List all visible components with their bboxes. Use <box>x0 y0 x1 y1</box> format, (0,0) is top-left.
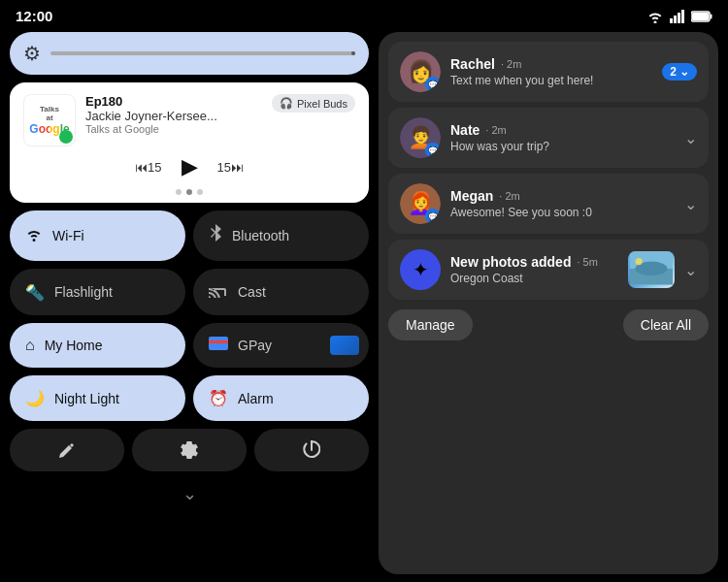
svg-rect-3 <box>681 10 684 23</box>
cast-toggle[interactable]: Cast <box>193 269 369 315</box>
nate-actions: ⌄ <box>684 129 697 147</box>
flashlight-toggle[interactable]: 🔦 Flashlight <box>10 269 185 315</box>
notification-rachel[interactable]: 👩 💬 Rachel · 2m Text me when you get her… <box>388 42 709 102</box>
alarm-label: Alarm <box>238 391 274 406</box>
notifications-panel: 👩 💬 Rachel · 2m Text me when you get her… <box>379 32 718 574</box>
unread-count-badge: 2 ⌄ <box>662 63 697 81</box>
svg-rect-5 <box>692 13 709 20</box>
messenger-badge-nate: 💬 <box>425 143 441 158</box>
svg-rect-0 <box>670 18 673 23</box>
alarm-icon: ⏰ <box>209 389 228 407</box>
clear-all-button[interactable]: Clear All <box>623 309 709 340</box>
rachel-message: Text me when you get here! <box>450 74 652 87</box>
photo-thumbnail <box>628 251 675 288</box>
flashlight-icon: 🔦 <box>25 283 45 302</box>
wifi-toggle[interactable]: Wi-Fi <box>10 210 185 261</box>
chevron-down-icon[interactable]: ⌄ <box>182 483 197 504</box>
nate-avatar: 🧑‍🦱 💬 <box>400 117 441 158</box>
toggles-grid: Wi-Fi Bluetooth 🔦 Flashlight Cast <box>10 210 369 421</box>
gpay-label: GPay <box>238 338 272 353</box>
messenger-badge-megan: 💬 <box>425 209 441 224</box>
night-light-icon: 🌙 <box>25 389 45 407</box>
svg-point-10 <box>636 258 643 265</box>
media-dots <box>23 189 355 195</box>
megan-message: Awesome! See you soon :0 <box>450 206 675 219</box>
settings-button[interactable] <box>132 429 247 471</box>
rachel-content: Rachel · 2m Text me when you get here! <box>450 56 652 87</box>
brightness-track[interactable] <box>50 51 355 55</box>
brightness-row[interactable]: ⚙ <box>10 32 369 75</box>
photos-title: New photos added <box>450 254 571 270</box>
pencil-icon <box>58 441 76 459</box>
time: 12:00 <box>16 8 52 24</box>
media-top: Talks at Google Ep180 Jackie Joyner-Kers… <box>23 94 355 146</box>
svg-rect-2 <box>678 13 680 23</box>
megan-name: Megan <box>450 188 493 204</box>
battery-icon <box>691 11 712 22</box>
expand-photos-btn[interactable]: ⌄ <box>684 261 697 279</box>
play-btn[interactable]: ▶ <box>182 154 198 179</box>
headphones-icon: 🎧 <box>280 97 293 110</box>
media-controls[interactable]: ⏮15 ▶ 15⏭ <box>23 154 355 179</box>
megan-actions: ⌄ <box>684 195 697 213</box>
svg-rect-6 <box>711 14 712 18</box>
nate-message: How was your trip? <box>450 140 675 153</box>
power-icon <box>303 440 320 460</box>
power-button[interactable] <box>254 429 369 471</box>
photos-time: · 5m <box>577 256 597 268</box>
bottom-actions <box>10 429 369 471</box>
dot-2 <box>186 189 192 195</box>
signal-icon <box>670 10 685 23</box>
nate-content: Nate · 2m How was your trip? <box>450 122 675 153</box>
forward-btn[interactable]: 15⏭ <box>217 160 244 175</box>
media-card: Talks at Google Ep180 Jackie Joyner-Kers… <box>10 82 369 203</box>
status-bar: 12:00 <box>0 0 728 28</box>
brightness-icon: ⚙ <box>23 42 41 65</box>
bluetooth-toggle[interactable]: Bluetooth <box>193 210 369 261</box>
rewind-btn[interactable]: ⏮15 <box>135 160 161 175</box>
manage-button[interactable]: Manage <box>388 309 473 340</box>
home-icon: ⌂ <box>25 337 35 354</box>
notification-footer: Manage Clear All <box>388 309 709 340</box>
rachel-avatar: 👩 💬 <box>400 51 441 92</box>
gear-icon <box>180 440 199 460</box>
gpay-icon <box>209 337 228 354</box>
dot-3 <box>197 189 203 195</box>
expand-megan-btn[interactable]: ⌄ <box>684 195 697 213</box>
album-art: Talks at Google <box>23 94 76 146</box>
nate-time: · 2m <box>485 124 506 136</box>
device-badge: 🎧 Pixel Buds <box>272 94 355 113</box>
alarm-toggle[interactable]: ⏰ Alarm <box>193 375 369 421</box>
messenger-badge: 💬 <box>425 77 441 92</box>
photos-content: New photos added · 5m Oregon Coast <box>450 254 618 285</box>
expand-nate-btn[interactable]: ⌄ <box>684 129 697 147</box>
rachel-actions: 2 ⌄ <box>662 63 697 81</box>
megan-content: Megan · 2m Awesome! See you soon :0 <box>450 188 675 219</box>
cast-icon <box>209 282 228 302</box>
edit-button[interactable] <box>10 429 124 471</box>
nate-name: Nate <box>450 122 480 138</box>
media-source: Talks at Google <box>85 123 262 135</box>
my-home-toggle[interactable]: ⌂ My Home <box>10 323 185 368</box>
bluetooth-icon <box>209 224 222 247</box>
wifi-label: Wi-Fi <box>52 228 84 243</box>
spotify-icon <box>59 130 73 144</box>
night-light-toggle[interactable]: 🌙 Night Light <box>10 375 185 421</box>
chevron-down-icon[interactable]: ⌄ <box>679 65 689 79</box>
wifi-icon <box>646 10 664 23</box>
episode-label: Ep180 <box>85 94 262 109</box>
cast-label: Cast <box>238 284 266 300</box>
notification-nate[interactable]: 🧑‍🦱 💬 Nate · 2m How was your trip? ⌄ <box>388 108 709 168</box>
flashlight-label: Flashlight <box>54 284 113 300</box>
notification-megan[interactable]: 👩‍🦰 💬 Megan · 2m Awesome! See you soon :… <box>388 174 709 234</box>
chevron-row[interactable]: ⌄ <box>10 479 369 508</box>
gpay-card-visual <box>330 336 359 355</box>
rachel-time: · 2m <box>501 58 521 70</box>
megan-avatar: 👩‍🦰 💬 <box>400 183 441 224</box>
notification-photos[interactable]: ✦ New photos added · 5m Oregon Coast ⌄ <box>388 240 709 300</box>
photos-subtitle: Oregon Coast <box>450 272 618 285</box>
night-light-label: Night Light <box>54 391 119 406</box>
status-icons <box>646 10 712 23</box>
dot-1 <box>176 189 182 195</box>
gpay-toggle[interactable]: GPay <box>193 323 369 368</box>
